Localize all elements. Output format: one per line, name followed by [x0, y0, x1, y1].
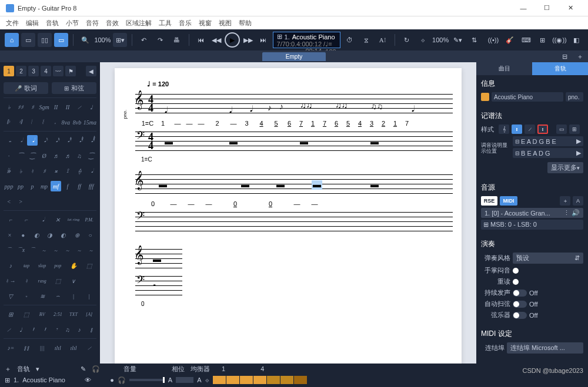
midi-port-select[interactable]: 连结埠 Microsoft ... — [507, 342, 583, 354]
fx-tool[interactable]: ılıl — [66, 342, 81, 353]
dyn-p[interactable]: p — [27, 181, 38, 191]
fx-tool[interactable]: ⌒ — [4, 245, 14, 255]
fx-slap[interactable]: slap — [35, 260, 49, 271]
chord-button[interactable]: ⊞ 和弦 — [52, 82, 96, 94]
play-button[interactable]: ▶ — [225, 32, 240, 48]
num[interactable]: 7 — [401, 120, 413, 127]
fx-tool[interactable]: ● — [17, 230, 29, 240]
fx-tool[interactable]: ⬚ — [51, 275, 65, 286]
forward-button[interactable]: ▶▶ — [241, 33, 255, 47]
notation-tab-button[interactable]: ⫾ — [512, 124, 522, 134]
palm-mute-knob[interactable] — [513, 268, 519, 274]
rest[interactable]: ▬ — [153, 255, 161, 264]
rest[interactable]: ▬ — [165, 137, 173, 147]
tuning-display-1[interactable]: ⊟ E A D G B E▶ — [513, 136, 583, 146]
brush-icon[interactable]: ✎ — [81, 365, 86, 373]
fx-tool[interactable]: ⬚ — [82, 260, 96, 271]
acc-tool[interactable]: 𝄫 — [4, 166, 14, 176]
view-3[interactable]: 3 — [28, 66, 39, 76]
jianpu-row-3[interactable]: 0 — [141, 301, 453, 307]
num[interactable]: 2 — [377, 120, 389, 127]
fx-tool[interactable]: ⌒x — [15, 245, 26, 255]
home-button[interactable]: ⌂ — [5, 33, 19, 47]
add-sound-button[interactable]: ＋ — [560, 196, 570, 206]
autostrum-toggle[interactable] — [513, 301, 527, 308]
treble-staff-3[interactable]: 𝄞 ▬ — [135, 249, 182, 271]
fx-time[interactable]: 2:51 — [51, 309, 65, 319]
note[interactable]: ♪ — [279, 102, 283, 112]
fx-tool[interactable]: ⌐ — [4, 214, 18, 225]
panel-toggle-icon[interactable]: ◧ — [569, 33, 583, 47]
fx-bv[interactable]: BV — [35, 309, 49, 319]
add-track-icon[interactable]: ＋ — [5, 365, 11, 373]
rewind-button[interactable]: ◀◀ — [209, 33, 223, 47]
rep-tool[interactable]: 8va — [61, 117, 71, 127]
track-blocks[interactable] — [213, 376, 307, 384]
view-1[interactable]: 1 — [4, 66, 14, 76]
treble-staff-2[interactable]: 𝄞 ▬ ▬ ▬ ▬ ▬ — [135, 174, 453, 197]
menu-help[interactable]: 帮助 — [239, 19, 252, 28]
rse-button[interactable]: RSE — [481, 196, 497, 206]
fx-tool[interactable]: ⌐ — [19, 214, 34, 225]
fx-tool[interactable]: ♩ — [15, 324, 26, 335]
num[interactable]: 6 — [330, 120, 342, 127]
track-color-swatch[interactable] — [481, 93, 489, 101]
layout-1-button[interactable]: ▭ — [21, 33, 35, 47]
countdown-icon[interactable]: ⧖ — [359, 33, 373, 47]
track-display[interactable]: ⊞ 1. Acoustic Piano 7/7 0:0.4:0 00:12 / … — [273, 32, 340, 48]
acc-tool[interactable]: 𝄪 — [51, 166, 61, 176]
menu-edit[interactable]: 编辑 — [26, 19, 39, 28]
fx-tool[interactable]: | — [82, 291, 96, 301]
menu-file[interactable]: 文件 — [6, 19, 19, 28]
key-tool[interactable]: II — [51, 102, 61, 112]
key-tool[interactable]: ♭ — [4, 102, 14, 112]
drum-icon[interactable]: ((◉)) — [552, 33, 567, 47]
menu-track[interactable]: 音轨 — [46, 19, 59, 28]
solo-icon[interactable]: 🎧 — [118, 376, 126, 384]
auto-a2-icon[interactable]: A — [197, 376, 201, 383]
mute-icon[interactable]: ● — [110, 376, 114, 383]
menu-bar[interactable]: 小节 — [66, 19, 79, 28]
fx-marker[interactable]: [A] — [82, 309, 96, 319]
track-name-input[interactable]: Acoustic Piano — [492, 92, 563, 102]
fx-rasg[interactable]: rasg — [35, 275, 49, 286]
fx-tool[interactable]: ▽ — [4, 291, 18, 301]
layout-3-button[interactable]: ▭ — [54, 33, 68, 47]
toggle-left-icon[interactable]: ◀ — [86, 66, 96, 76]
fx-tool[interactable]: ♮ — [19, 275, 34, 286]
quarter-note[interactable]: 𝅘𝅥 — [27, 135, 38, 146]
print-button[interactable]: 🖶 — [170, 33, 184, 47]
note[interactable]: ♫♫ — [300, 101, 312, 110]
num[interactable]: 4 — [254, 120, 269, 127]
fx-tool[interactable]: 𝄾 — [51, 324, 61, 335]
speed-icon[interactable]: ⟐ — [416, 33, 430, 47]
fx-tool[interactable]: ◐ — [31, 230, 43, 240]
rest[interactable]: ▬ — [300, 137, 308, 147]
rest[interactable]: ▬ — [159, 180, 167, 190]
key-tool[interactable]: Sgm — [39, 102, 49, 112]
notation-slash-button[interactable]: ⟋ — [524, 124, 535, 134]
fx-tap[interactable]: tap — [19, 260, 34, 271]
view-flag-icon[interactable]: ⚑ — [65, 66, 76, 76]
metronome-icon[interactable]: ⏱ — [343, 33, 357, 47]
rest-tool[interactable]: Ø — [39, 150, 49, 161]
fx-tool[interactable]: ○ — [84, 230, 96, 240]
score-area[interactable]: ♩ = 120 pno. 𝄞 44 𝅘𝅥 𝅘𝅥 𝅘𝅥 ♪ ♪ ♫♫ ♫♫ ♫♫ — [100, 62, 476, 387]
dyn-f[interactable]: f — [62, 181, 73, 191]
dyn-ppp[interactable]: ppp — [4, 181, 14, 191]
fx-tool[interactable]: ◦ — [19, 291, 34, 301]
dyn-pp[interactable]: pp — [15, 181, 26, 191]
notation-jianpu-button[interactable]: ⫾ — [537, 124, 548, 134]
rest-selected[interactable]: ▬ — [312, 180, 322, 190]
show-more-button[interactable]: 显示更多▾ — [547, 162, 583, 173]
undo-button[interactable]: ↶ — [137, 33, 151, 47]
zoom-value[interactable]: 100% — [95, 33, 111, 47]
fx-tool[interactable]: ⟋ — [82, 342, 96, 353]
lyrics-button[interactable]: 🎤 歌词 — [4, 82, 48, 94]
automate-button[interactable]: A — [573, 196, 583, 206]
dyn-mp[interactable]: mp — [39, 181, 49, 191]
fx-tool[interactable]: 𝄽 — [27, 324, 38, 335]
eighth-note[interactable]: 𝅘𝅥𝅮 — [39, 135, 49, 146]
note[interactable]: ♪ — [268, 103, 272, 113]
num[interactable]: 5 — [342, 120, 354, 127]
